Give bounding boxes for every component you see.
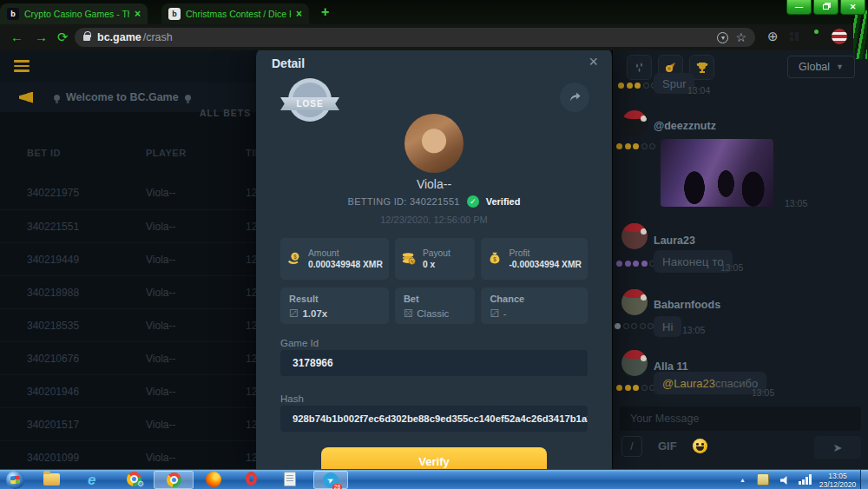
show-desktop-button[interactable] xyxy=(860,470,868,489)
modal-close-icon[interactable]: × xyxy=(589,53,598,71)
tab-christmas-contest[interactable]: b Christmas Contest / Dice Roll Hu × xyxy=(161,3,309,24)
chat-username[interactable]: Babarnfoods xyxy=(654,299,720,311)
column-player: PLAYER xyxy=(146,148,187,158)
avatar[interactable] xyxy=(621,350,648,376)
modal-title: Detail xyxy=(272,56,305,70)
url-path: /crash xyxy=(143,31,173,43)
announcement-text: Welcome to BC.Game xyxy=(66,91,179,103)
gif-button[interactable]: GIF xyxy=(658,439,677,453)
close-tab-icon[interactable]: × xyxy=(135,8,141,20)
taskbar-chromium-icon[interactable]: ⚙ xyxy=(127,472,141,486)
taskbar-explorer-icon[interactable] xyxy=(43,472,60,484)
browser-profile-avatar[interactable] xyxy=(832,29,847,44)
restore-button[interactable] xyxy=(813,0,838,15)
rain-icon xyxy=(636,63,642,72)
bulb-icon xyxy=(185,95,191,101)
bcgame-favicon: b xyxy=(168,8,181,20)
bet-datetime: 12/23/2020, 12:56:00 PM xyxy=(256,215,612,225)
medal-icons xyxy=(615,323,654,329)
taskbar-telegram-active[interactable]: ➤ 28 xyxy=(313,471,348,489)
taskbar-ie-icon[interactable]: e xyxy=(88,472,95,488)
all-bets-label[interactable]: ALL BETS xyxy=(200,108,251,118)
trophy-icon xyxy=(696,62,708,74)
taskbar-chrome-active[interactable] xyxy=(154,471,194,489)
chat-message-bubble: @Laura23 спасибо xyxy=(654,372,766,394)
profit-moneybag-icon: $ xyxy=(487,251,503,267)
start-button[interactable] xyxy=(6,471,24,489)
bcgame-page: Welcome to BC.Game ALL BETS BET ID PLAYE… xyxy=(0,50,868,469)
dice-icon: ⚂ xyxy=(490,307,498,320)
emoji-icon[interactable] xyxy=(693,439,707,453)
close-tab-icon[interactable]: × xyxy=(296,8,302,20)
taskbar-notepad-icon[interactable] xyxy=(284,472,296,486)
avatar[interactable] xyxy=(621,110,648,136)
chat-username[interactable]: @deezznutz xyxy=(654,120,716,132)
tray-app-icon[interactable] xyxy=(757,473,769,486)
minimize-button[interactable]: — xyxy=(786,0,812,15)
medal-icons xyxy=(616,143,655,149)
taskbar-clock[interactable]: 13:05 23/12/2020 xyxy=(818,472,858,489)
volume-icon[interactable] xyxy=(780,476,790,485)
slash-command-button[interactable]: / xyxy=(621,436,642,457)
globe-extension-icon[interactable]: ⊕ xyxy=(767,29,779,44)
chat-username[interactable]: Laura23 xyxy=(654,235,695,247)
profit-card: $ Profit -0.00034994 XMR xyxy=(481,238,588,280)
bulb-icon xyxy=(54,95,60,101)
medal-icons xyxy=(616,261,655,267)
tab-title: Crypto Casino Games - The 16 B xyxy=(24,9,129,19)
chat-sidebar: Global ▼ Spur 13:04 @deezznutz 13:05 Lau… xyxy=(612,50,868,469)
bet-card: Bet ⚄ Classic xyxy=(395,287,476,324)
send-icon: ➤ xyxy=(833,441,843,454)
taskbar-opera-icon[interactable] xyxy=(246,472,257,486)
message-time: 13:04 xyxy=(687,85,710,96)
share-icon xyxy=(568,90,582,104)
avatar[interactable] xyxy=(621,289,648,315)
browser-toolbar: ← → ⟳ bc.game /crash ▾ ☆ ⊕ xyxy=(0,24,868,50)
new-tab-button[interactable]: + xyxy=(321,4,329,20)
forward-icon[interactable]: → xyxy=(35,30,48,44)
chat-message-bubble: Hi xyxy=(654,316,681,337)
mention[interactable]: @Laura23 xyxy=(662,377,715,390)
modal-username: Viola-- xyxy=(256,177,612,191)
page-action-icon[interactable]: ▾ xyxy=(717,32,728,43)
windows-taskbar: e ⚙ ➤ 28 ▲ 13:05 23/12/2020 xyxy=(0,469,868,489)
chat-message-input[interactable] xyxy=(620,406,861,431)
amount-coin-icon: $ xyxy=(286,251,302,267)
hash-field[interactable]: 928b74b1b002f7ec6d302be88c9ed355cc140ef5… xyxy=(280,406,588,432)
back-icon[interactable]: ← xyxy=(10,30,23,44)
svg-text:$: $ xyxy=(494,256,497,263)
gif-image[interactable] xyxy=(661,139,773,207)
send-message-button[interactable]: ➤ xyxy=(814,436,861,459)
result-card: Result ⚂ 1.07x xyxy=(280,287,389,324)
url-domain: bc.game xyxy=(97,31,141,43)
hamburger-menu-icon[interactable] xyxy=(14,60,30,75)
svg-text:N: N xyxy=(411,259,414,264)
hash-label: Hash xyxy=(280,393,304,404)
tab-crypto-casino[interactable]: b Crypto Casino Games - The 16 B × xyxy=(0,3,148,24)
message-time: 13:05 xyxy=(752,387,774,398)
rain-feature-button[interactable] xyxy=(627,55,652,80)
message-time: 13:05 xyxy=(682,325,705,335)
message-time: 13:05 xyxy=(720,262,743,273)
user-avatar[interactable] xyxy=(404,114,464,173)
bet-stat-cards: $ Amount 0.000349948 XMR N Payout 0 x $ … xyxy=(280,238,588,324)
address-bar[interactable]: bc.game /crash ▾ ☆ xyxy=(75,28,755,47)
browser-theme-art xyxy=(853,10,867,59)
network-icon[interactable] xyxy=(799,474,812,485)
chat-channel-dropdown[interactable]: Global ▼ xyxy=(787,56,855,78)
screen: b Crypto Casino Games - The 16 B × b Chr… xyxy=(0,0,868,489)
clock-time: 13:05 xyxy=(818,472,858,480)
taskbar-firefox-icon[interactable] xyxy=(206,472,221,487)
game-id-field[interactable]: 3178966 xyxy=(280,350,588,376)
avatar[interactable] xyxy=(621,223,648,249)
close-button[interactable]: ✕ xyxy=(840,0,865,15)
tray-hidden-icons-arrow[interactable]: ▲ xyxy=(740,477,746,483)
chat-username[interactable]: Alla 11 xyxy=(654,360,688,373)
bookmark-star-icon[interactable]: ☆ xyxy=(735,30,746,44)
amount-card: $ Amount 0.000349948 XMR xyxy=(280,238,389,280)
column-bet-id: BET ID xyxy=(27,148,61,158)
verify-button[interactable]: Verify xyxy=(321,447,547,469)
share-button[interactable] xyxy=(560,83,589,112)
verified-shield-icon: ✓ xyxy=(467,195,479,208)
refresh-icon[interactable]: ⟳ xyxy=(57,30,69,45)
